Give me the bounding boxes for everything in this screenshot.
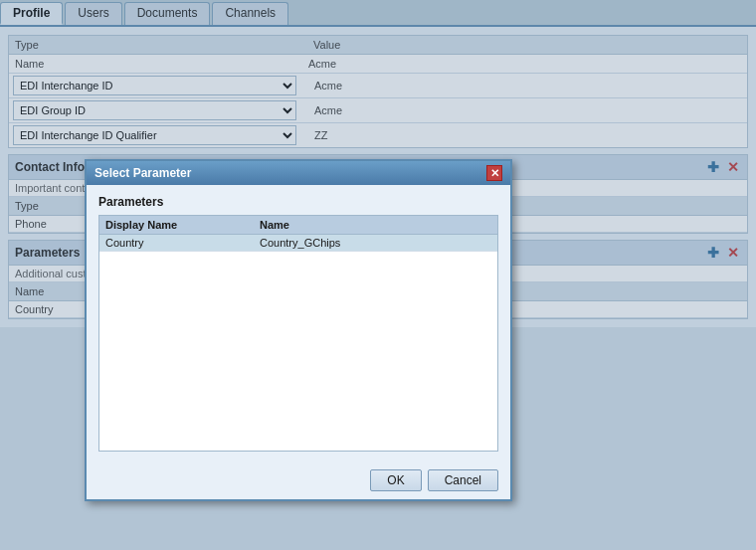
modal-name-cell: Country_GChips xyxy=(254,235,497,251)
modal-close-button[interactable]: ✕ xyxy=(486,165,502,181)
modal-display-name-cell: Country xyxy=(99,235,254,251)
modal-cancel-button[interactable]: Cancel xyxy=(428,469,498,491)
modal-body: Parameters Display Name Name Country Cou… xyxy=(87,185,510,461)
modal-params-label: Parameters xyxy=(98,195,498,209)
modal-empty-area xyxy=(99,252,497,451)
modal-title: Select Parameter xyxy=(94,166,191,180)
modal-col-name-header: Name xyxy=(254,216,497,234)
modal-table: Display Name Name Country Country_GChips xyxy=(98,215,498,452)
modal-table-row[interactable]: Country Country_GChips xyxy=(99,235,497,252)
modal-footer: OK Cancel xyxy=(87,461,510,499)
modal-titlebar: Select Parameter ✕ xyxy=(87,161,510,185)
select-parameter-modal: Select Parameter ✕ Parameters Display Na… xyxy=(85,159,512,501)
modal-col-display-name-header: Display Name xyxy=(99,216,254,234)
modal-overlay: Select Parameter ✕ Parameters Display Na… xyxy=(0,0,756,550)
modal-ok-button[interactable]: OK xyxy=(370,469,421,491)
modal-table-header: Display Name Name xyxy=(99,216,497,235)
